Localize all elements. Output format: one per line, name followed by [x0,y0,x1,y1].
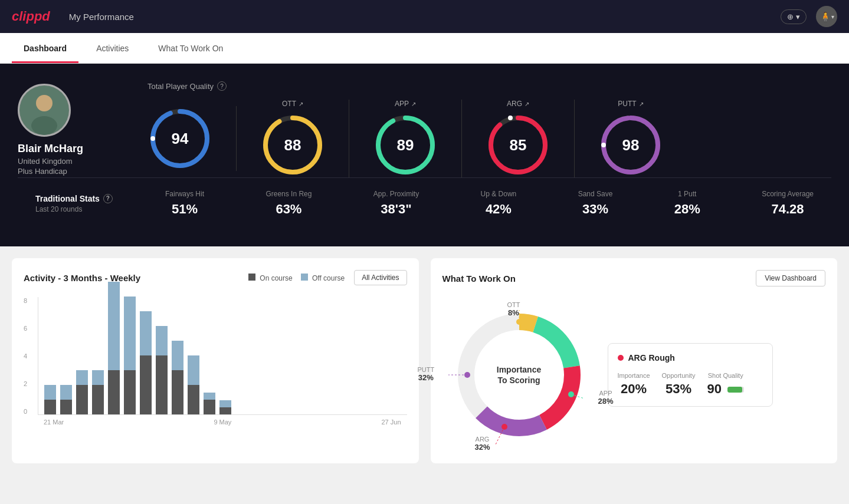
bar-on-11 [204,400,215,414]
shot-quality-bar [727,387,744,393]
putt-circle: 98 [598,113,663,177]
bar-group-5 [108,282,120,414]
bar-on-8 [156,355,168,414]
all-activities-button[interactable]: All Activities [354,270,407,285]
arg-metrics: Importance 20% Opportunity 53% Shot Qual… [618,372,763,397]
view-dashboard-button[interactable]: View Dashboard [756,270,825,286]
trad-stats-help-icon[interactable]: ? [103,194,113,203]
player-handicap: Plus Handicap [18,167,67,176]
stat-sand-save: Sand Save 33% [578,190,613,217]
stat-app-proximity: App. Proximity 38'3" [373,190,419,217]
tab-activities[interactable]: Activities [84,33,140,63]
y-label-4: 4 [24,353,38,360]
add-chevron: ▾ [796,12,800,21]
avatar-chevron: ▾ [831,14,834,20]
bars-container [38,297,407,415]
bar-on-5 [108,370,120,414]
arg-shot-quality-value: 90 [707,381,744,397]
bar-group-11 [204,393,215,414]
what-to-work-on-panel: What To Work On View Dashboard [431,258,838,463]
bar-group-3 [76,370,88,414]
header-right: ⊕ ▾ 🧍 ▾ [781,6,837,27]
on-course-dot [248,274,255,281]
score-total: 94 [147,106,237,171]
x-label-mar: 21 Mar [44,419,64,426]
stat-greens-label: Greens In Reg [265,190,312,198]
stat-updown-label: Up & Down [481,190,517,198]
ott-donut-label: OTT 8% [507,301,520,317]
traditional-stats: Traditional Stats ? Last 20 rounds Fairw… [18,177,831,229]
arg-importance: Importance 20% [618,372,650,397]
putt-label: PUTT ↗ [618,100,643,108]
chart-legend: On course Off course [248,274,345,282]
total-circle: 94 [147,106,212,171]
stat-1putt-label: 1 Putt [674,190,700,198]
tab-what-to-work-on[interactable]: What To Work On [146,33,235,63]
stat-1putt-value: 28% [674,202,700,217]
svg-point-10 [376,143,381,147]
y-label-6: 6 [24,325,38,332]
bar-off-11 [204,393,215,400]
stat-scoring-value: 74.28 [762,202,814,217]
hero-top: Blair McHarg United Kingdom Plus Handica… [18,81,831,177]
arg-donut-label: ARG 32% [475,436,490,452]
svg-point-16 [601,143,606,147]
x-axis: 21 Mar 9 May 27 Jun [24,419,407,426]
stat-fairways-hit-label: Fairways Hit [165,190,204,198]
legend-off-course: Off course [301,274,345,282]
header-title: My Performance [69,12,134,22]
score-putt: PUTT ↗ 98 [575,100,687,177]
stat-fairways-hit-value: 51% [165,202,204,217]
app-label: APP ↗ [395,100,416,108]
bar-group-8 [156,326,168,414]
stat-proximity-label: App. Proximity [373,190,419,198]
legend-on-course: On course [248,274,293,282]
bar-group-10 [188,355,199,414]
chart-area: 0 2 4 6 8 [24,297,407,427]
avatar-icon: 🧍 [820,11,831,22]
stat-updown-value: 42% [481,202,517,217]
arg-opportunity: Opportunity 53% [662,372,696,397]
add-button[interactable]: ⊕ ▾ [781,9,807,24]
svg-point-2 [31,116,57,135]
score-app: APP ↗ 89 [349,100,462,177]
arg-shot-quality: Shot Quality 90 [707,372,744,397]
activity-panel-title: Activity - 3 Months - Weekly [24,273,140,283]
bar-on-10 [188,385,199,414]
total-value: 94 [172,130,189,148]
tab-dashboard[interactable]: Dashboard [12,33,78,63]
user-avatar-button[interactable]: 🧍 ▾ [816,6,837,27]
stat-scoring-label: Scoring Average [762,190,814,198]
bar-off-12 [219,400,231,407]
trad-stats-subtitle: Last 20 rounds [35,205,165,213]
stat-sand-label: Sand Save [578,190,613,198]
arg-importance-label: Importance [618,372,650,379]
donut-line1: Importance [497,364,541,375]
arg-shot-quality-label: Shot Quality [707,372,744,379]
stat-up-and-down: Up & Down 42% [481,190,517,217]
bar-off-5 [108,282,120,370]
bar-group-2 [60,385,72,414]
score-ott: OTT ↗ 88 [237,100,349,177]
total-quality-help-icon[interactable]: ? [217,81,227,91]
bar-off-3 [76,370,88,385]
header: clippd My Performance ⊕ ▾ 🧍 ▾ [0,0,849,33]
bar-on-3 [76,385,88,414]
stat-greens-value: 63% [265,202,312,217]
total-quality-label: Total Player Quality ? [147,81,831,91]
hero-section: Blair McHarg United Kingdom Plus Handica… [0,64,849,246]
y-label-2: 2 [24,380,38,387]
bar-off-7 [140,311,152,355]
ott-label: OTT ↗ [282,100,303,108]
shot-quality-fill [727,387,742,393]
arg-card: ARG Rough Importance 20% Opportunity 53%… [608,343,773,407]
off-course-dot [301,274,308,281]
y-axis: 0 2 4 6 8 [24,297,38,415]
trad-stats-label: Traditional Stats ? Last 20 rounds [35,194,165,213]
donut-center-text: Importance To Scoring [497,364,541,386]
donut-area: Importance To Scoring OTT 8% APP 28% ARG… [442,298,826,452]
arg-opportunity-value: 53% [662,381,696,397]
ott-value: 88 [284,136,301,154]
x-label-jun: 27 Jun [381,419,401,426]
bar-group-9 [172,341,183,414]
